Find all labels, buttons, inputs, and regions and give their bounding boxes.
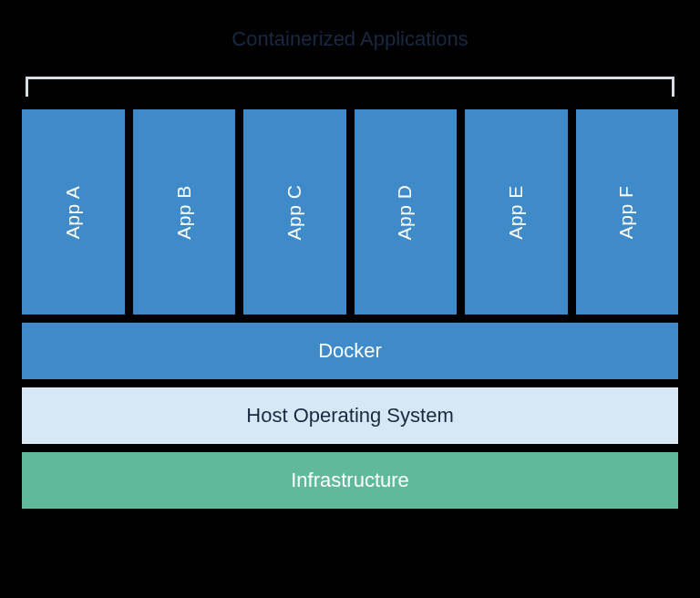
app-label-c: App C <box>283 184 305 240</box>
diagram-title: Containerized Applications <box>22 27 678 51</box>
app-box-a: App A <box>22 109 125 314</box>
app-box-f: App F <box>576 109 679 314</box>
infrastructure-layer: Infrastructure <box>22 452 678 509</box>
app-box-e: App E <box>465 109 568 314</box>
apps-row: App A App B App C App D App E App F <box>22 109 678 314</box>
app-label-d: App D <box>395 184 417 240</box>
app-box-b: App B <box>133 109 236 314</box>
app-box-d: App D <box>355 109 458 314</box>
apps-bracket <box>26 77 674 97</box>
host-os-layer: Host Operating System <box>22 387 678 444</box>
app-label-b: App B <box>173 185 195 240</box>
infrastructure-layer-label: Infrastructure <box>291 469 409 492</box>
app-label-f: App F <box>616 185 638 239</box>
app-box-c: App C <box>243 109 346 314</box>
apps-bracket-container <box>22 77 678 98</box>
app-label-a: App A <box>62 185 84 239</box>
app-label-e: App E <box>505 185 527 240</box>
docker-layer: Docker <box>22 323 678 379</box>
docker-layer-label: Docker <box>318 339 382 363</box>
host-os-layer-label: Host Operating System <box>246 404 453 428</box>
